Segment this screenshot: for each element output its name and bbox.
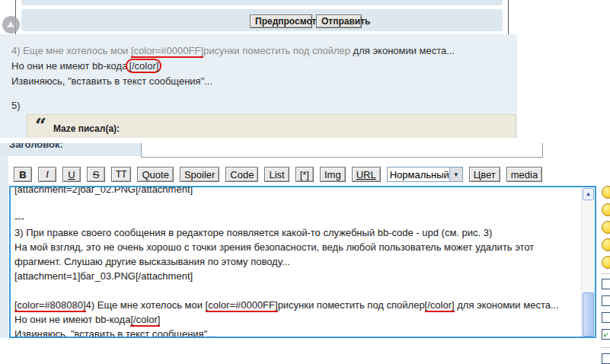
red-underline-annotation: [color=#808080] [14, 299, 86, 312]
text-line: 3) При правке своего сообщения в редакто… [14, 225, 580, 240]
font-size-select-value: Нормальный [388, 169, 449, 180]
bbcode-button-u[interactable]: U [62, 167, 81, 182]
submit-button[interactable]: Отправить [316, 14, 362, 28]
back-to-top-button[interactable] [2, 16, 20, 34]
bbcode-button-tt[interactable]: TT [111, 167, 131, 182]
message-text: [attachment=2]баг_02.PNG[/attachment]---… [14, 186, 580, 338]
bbcode-button-цвет[interactable]: Цвет [469, 167, 500, 182]
textarea-scrollbar[interactable]: ▲ [581, 187, 595, 337]
subject-label: Заголовок: [9, 143, 63, 150]
sidebar-button[interactable] [602, 279, 610, 289]
bbcode-toolbar: BIUSTTQuoteSpoilerCodeList[*]ImgURLНорма… [14, 166, 542, 183]
text-line: [attachment=1]баг_03.PNG[/attachment] [14, 269, 580, 283]
bbcode-button-code[interactable]: Code [225, 167, 258, 182]
arrow-up-icon [7, 21, 14, 27]
bbcode-button-s[interactable]: S [87, 167, 105, 182]
scrollbar-up-button[interactable]: ▲ [583, 188, 594, 200]
text-line: Но они не имеют bb-кода[/color] [14, 312, 580, 327]
text-line: Извиняюсь, "вставить в текст сообщения".… [14, 327, 580, 338]
green-arrow-icon: ↙ [603, 330, 609, 338]
bbcode-button-spoiler[interactable]: Spoiler [180, 167, 219, 182]
smiley-icon[interactable] [602, 221, 610, 234]
chevron-down-icon: ▼ [449, 168, 462, 181]
quote-block: “ Maze писал(а): [27, 114, 516, 138]
subject-input[interactable] [141, 143, 543, 158]
quote-author: Maze писал(а): [53, 123, 120, 134]
message-textarea[interactable]: [attachment=2]баг_02.PNG[/attachment]---… [9, 186, 596, 338]
sidebar-button[interactable] [602, 353, 610, 364]
submit-button-row: Предпросмотр Отправить [21, 9, 503, 31]
smiley-icon[interactable] [602, 186, 610, 199]
red-underline-annotation: [color=#0000FF] [131, 45, 203, 58]
font-size-select[interactable]: Нормальный▼ [387, 167, 463, 182]
text-line: Но они не имеют bb-кода[/color] [11, 59, 455, 74]
text-line: фрагмент. Слушаю другие высказывания по … [14, 254, 580, 269]
preview-text-line: 5) [11, 100, 21, 111]
smiley-icon[interactable] [602, 238, 610, 251]
preview-text: 4) Еще мне хотелось мои [color=#0000FF]р… [11, 43, 455, 89]
smiley-icon[interactable] [602, 256, 610, 269]
red-underline-annotation: [/color] [130, 314, 160, 327]
text-line: Извиняюсь, "вставить в текст сообщения".… [11, 74, 455, 89]
post-preview-panel: 4) Еще мне хотелось мои [color=#0000FF]р… [0, 34, 517, 138]
insert-attachment-button[interactable]: ↙ [602, 329, 610, 340]
text-line: --- [14, 211, 580, 225]
red-underline-annotation: [color=#0000FF] [206, 299, 278, 312]
preview-button[interactable]: Предпросмотр [250, 14, 312, 28]
text-line [14, 196, 580, 211]
sidebar-button[interactable] [602, 295, 610, 306]
text-line: [color=#808080]4) Еще мне хотелось мои [… [14, 298, 580, 312]
red-box-annotation: [/color] [126, 59, 161, 73]
scrollbar-thumb[interactable] [583, 292, 594, 337]
divider [601, 347, 610, 348]
quote-icon: “ [35, 118, 46, 133]
bbcode-button-quote[interactable]: Quote [137, 167, 173, 182]
text-line: На мой взгляд, это не очень хорошо с точ… [14, 240, 580, 254]
bbcode-button-i[interactable]: I [38, 167, 56, 182]
page-background-strip [0, 143, 8, 338]
smiley-icon[interactable] [602, 203, 610, 216]
bbcode-button-media[interactable]: media [506, 167, 542, 182]
post-form-panel: Предпросмотр Отправить [15, 0, 509, 35]
sidebar-button[interactable] [602, 312, 610, 323]
forum-post-editor-screenshot: Предпросмотр Отправить 4) Еще мне хотело… [0, 0, 610, 364]
text-line: [attachment=2]баг_02.PNG[/attachment] [14, 186, 580, 196]
bbcode-button-b[interactable]: B [14, 167, 32, 182]
text-line: 4) Еще мне хотелось мои [color=#0000FF]р… [11, 43, 455, 59]
bbcode-button-list[interactable]: List [264, 167, 289, 182]
form-row-fragment [21, 0, 503, 5]
bbcode-button-img[interactable]: Img [320, 167, 346, 182]
editor-section: Заголовок: BIUSTTQuoteSpoilerCodeList[*]… [0, 143, 610, 364]
bbcode-button-url[interactable]: URL [352, 167, 381, 182]
bbcode-button-[interactable]: [*] [295, 167, 314, 182]
divider [601, 273, 610, 274]
text-line [14, 283, 580, 298]
red-underline-annotation: [/color] [425, 299, 455, 312]
chevron-up-icon: ▲ [586, 191, 592, 197]
